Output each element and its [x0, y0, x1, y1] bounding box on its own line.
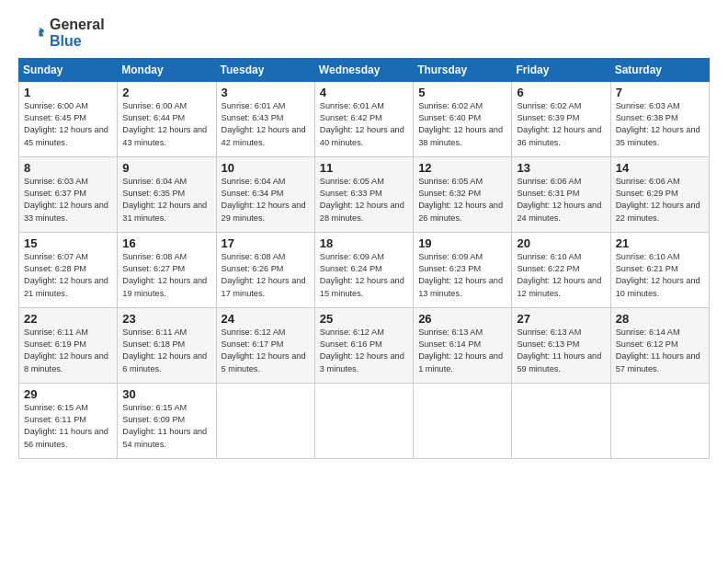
- day-info: Sunrise: 6:05 AM Sunset: 6:32 PM Dayligh…: [418, 176, 506, 224]
- calendar-cell: 24Sunrise: 6:12 AM Sunset: 6:17 PM Dayli…: [216, 307, 314, 383]
- weekday-header-saturday: Saturday: [610, 58, 709, 81]
- day-number: 28: [616, 312, 704, 326]
- day-number: 9: [122, 161, 210, 175]
- weekday-header-monday: Monday: [118, 58, 216, 81]
- day-number: 23: [122, 312, 210, 326]
- logo: GeneralBlue: [18, 17, 105, 51]
- day-info: Sunrise: 6:01 AM Sunset: 6:42 PM Dayligh…: [320, 100, 408, 149]
- day-info: Sunrise: 6:13 AM Sunset: 6:14 PM Dayligh…: [418, 327, 506, 375]
- calendar-cell: 3Sunrise: 6:01 AM Sunset: 6:43 PM Daylig…: [216, 81, 314, 156]
- day-number: 13: [517, 161, 605, 175]
- day-number: 11: [320, 161, 408, 175]
- calendar-cell: 7Sunrise: 6:03 AM Sunset: 6:38 PM Daylig…: [610, 81, 709, 156]
- day-number: 10: [222, 161, 310, 175]
- day-info: Sunrise: 6:15 AM Sunset: 6:11 PM Dayligh…: [24, 402, 112, 451]
- day-info: Sunrise: 6:09 AM Sunset: 6:23 PM Dayligh…: [418, 251, 506, 300]
- day-info: Sunrise: 6:08 AM Sunset: 6:26 PM Dayligh…: [222, 251, 310, 300]
- calendar-cell: 22Sunrise: 6:11 AM Sunset: 6:19 PM Dayli…: [19, 307, 118, 383]
- day-number: 2: [122, 86, 210, 99]
- day-info: Sunrise: 6:12 AM Sunset: 6:17 PM Dayligh…: [222, 327, 310, 375]
- day-number: 20: [517, 236, 605, 250]
- day-number: 17: [222, 236, 310, 250]
- calendar-cell: 9Sunrise: 6:04 AM Sunset: 6:35 PM Daylig…: [118, 156, 216, 232]
- day-number: 25: [320, 312, 408, 326]
- calendar-cell: 25Sunrise: 6:12 AM Sunset: 6:16 PM Dayli…: [314, 307, 413, 383]
- day-info: Sunrise: 6:03 AM Sunset: 6:38 PM Dayligh…: [616, 100, 704, 149]
- logo-blue: Blue: [50, 33, 105, 50]
- day-number: 18: [320, 236, 408, 250]
- calendar-cell: 20Sunrise: 6:10 AM Sunset: 6:22 PM Dayli…: [512, 232, 610, 307]
- day-info: Sunrise: 6:02 AM Sunset: 6:39 PM Dayligh…: [517, 100, 605, 149]
- day-number: 3: [222, 86, 310, 99]
- calendar-cell: 11Sunrise: 6:05 AM Sunset: 6:33 PM Dayli…: [314, 156, 413, 232]
- weekday-header-friday: Friday: [512, 58, 610, 81]
- calendar-cell: 15Sunrise: 6:07 AM Sunset: 6:28 PM Dayli…: [19, 232, 118, 307]
- weekday-header-sunday: Sunday: [19, 58, 118, 81]
- day-number: 22: [24, 312, 112, 326]
- calendar-cell: [512, 383, 610, 458]
- day-number: 24: [222, 312, 310, 326]
- day-info: Sunrise: 6:07 AM Sunset: 6:28 PM Dayligh…: [24, 251, 112, 300]
- calendar-cell: 29Sunrise: 6:15 AM Sunset: 6:11 PM Dayli…: [19, 383, 118, 458]
- calendar-table: SundayMondayTuesdayWednesdayThursdayFrid…: [18, 58, 710, 459]
- calendar-cell: 27Sunrise: 6:13 AM Sunset: 6:13 PM Dayli…: [512, 307, 610, 383]
- svg-rect-1: [40, 30, 44, 33]
- calendar-cell: 26Sunrise: 6:13 AM Sunset: 6:14 PM Dayli…: [414, 307, 512, 383]
- day-info: Sunrise: 6:00 AM Sunset: 6:45 PM Dayligh…: [24, 100, 112, 149]
- day-info: Sunrise: 6:06 AM Sunset: 6:29 PM Dayligh…: [616, 176, 704, 224]
- weekday-header-thursday: Thursday: [414, 58, 512, 81]
- calendar-cell: 13Sunrise: 6:06 AM Sunset: 6:31 PM Dayli…: [512, 156, 610, 232]
- calendar-cell: 10Sunrise: 6:04 AM Sunset: 6:34 PM Dayli…: [216, 156, 314, 232]
- calendar-cell: 8Sunrise: 6:03 AM Sunset: 6:37 PM Daylig…: [19, 156, 118, 232]
- calendar-cell: [314, 383, 413, 458]
- day-number: 15: [24, 236, 112, 250]
- calendar-cell: 2Sunrise: 6:00 AM Sunset: 6:44 PM Daylig…: [118, 81, 216, 156]
- day-info: Sunrise: 6:05 AM Sunset: 6:33 PM Dayligh…: [320, 176, 408, 224]
- day-number: 1: [24, 86, 112, 99]
- day-info: Sunrise: 6:06 AM Sunset: 6:31 PM Dayligh…: [517, 176, 605, 224]
- weekday-header-wednesday: Wednesday: [314, 58, 413, 81]
- calendar-cell: 17Sunrise: 6:08 AM Sunset: 6:26 PM Dayli…: [216, 232, 314, 307]
- day-info: Sunrise: 6:10 AM Sunset: 6:21 PM Dayligh…: [616, 251, 704, 300]
- weekday-header-tuesday: Tuesday: [216, 58, 314, 81]
- calendar-cell: 19Sunrise: 6:09 AM Sunset: 6:23 PM Dayli…: [414, 232, 512, 307]
- day-info: Sunrise: 6:15 AM Sunset: 6:09 PM Dayligh…: [122, 402, 210, 451]
- day-info: Sunrise: 6:01 AM Sunset: 6:43 PM Dayligh…: [222, 100, 310, 149]
- calendar-cell: [610, 383, 709, 458]
- day-info: Sunrise: 6:09 AM Sunset: 6:24 PM Dayligh…: [320, 251, 408, 300]
- day-number: 12: [418, 161, 506, 175]
- day-number: 16: [122, 236, 210, 250]
- day-info: Sunrise: 6:11 AM Sunset: 6:19 PM Dayligh…: [24, 327, 112, 375]
- calendar-cell: 30Sunrise: 6:15 AM Sunset: 6:09 PM Dayli…: [118, 383, 216, 458]
- calendar-cell: 1Sunrise: 6:00 AM Sunset: 6:45 PM Daylig…: [19, 81, 118, 156]
- day-info: Sunrise: 6:13 AM Sunset: 6:13 PM Dayligh…: [517, 327, 605, 375]
- day-info: Sunrise: 6:11 AM Sunset: 6:18 PM Dayligh…: [122, 327, 210, 375]
- day-info: Sunrise: 6:08 AM Sunset: 6:27 PM Dayligh…: [122, 251, 210, 300]
- day-number: 14: [616, 161, 704, 175]
- day-number: 8: [24, 161, 112, 175]
- calendar-cell: [216, 383, 314, 458]
- calendar-cell: 4Sunrise: 6:01 AM Sunset: 6:42 PM Daylig…: [314, 81, 413, 156]
- calendar-cell: 14Sunrise: 6:06 AM Sunset: 6:29 PM Dayli…: [610, 156, 709, 232]
- day-number: 29: [24, 387, 112, 401]
- day-info: Sunrise: 6:03 AM Sunset: 6:37 PM Dayligh…: [24, 176, 112, 224]
- day-number: 27: [517, 312, 605, 326]
- calendar-cell: 5Sunrise: 6:02 AM Sunset: 6:40 PM Daylig…: [414, 81, 512, 156]
- calendar-cell: 16Sunrise: 6:08 AM Sunset: 6:27 PM Dayli…: [118, 232, 216, 307]
- calendar-cell: 28Sunrise: 6:14 AM Sunset: 6:12 PM Dayli…: [610, 307, 709, 383]
- day-info: Sunrise: 6:02 AM Sunset: 6:40 PM Dayligh…: [418, 100, 506, 149]
- day-info: Sunrise: 6:00 AM Sunset: 6:44 PM Dayligh…: [122, 100, 210, 149]
- day-info: Sunrise: 6:12 AM Sunset: 6:16 PM Dayligh…: [320, 327, 408, 375]
- day-number: 19: [418, 236, 506, 250]
- day-info: Sunrise: 6:10 AM Sunset: 6:22 PM Dayligh…: [517, 251, 605, 300]
- calendar-cell: 12Sunrise: 6:05 AM Sunset: 6:32 PM Dayli…: [414, 156, 512, 232]
- day-info: Sunrise: 6:14 AM Sunset: 6:12 PM Dayligh…: [616, 327, 704, 375]
- day-number: 21: [616, 236, 704, 250]
- calendar-cell: 6Sunrise: 6:02 AM Sunset: 6:39 PM Daylig…: [512, 81, 610, 156]
- calendar-cell: 23Sunrise: 6:11 AM Sunset: 6:18 PM Dayli…: [118, 307, 216, 383]
- day-number: 5: [418, 86, 506, 99]
- calendar-cell: 21Sunrise: 6:10 AM Sunset: 6:21 PM Dayli…: [610, 232, 709, 307]
- logo-general: General: [50, 17, 105, 33]
- day-info: Sunrise: 6:04 AM Sunset: 6:35 PM Dayligh…: [122, 176, 210, 224]
- calendar-cell: [414, 383, 512, 458]
